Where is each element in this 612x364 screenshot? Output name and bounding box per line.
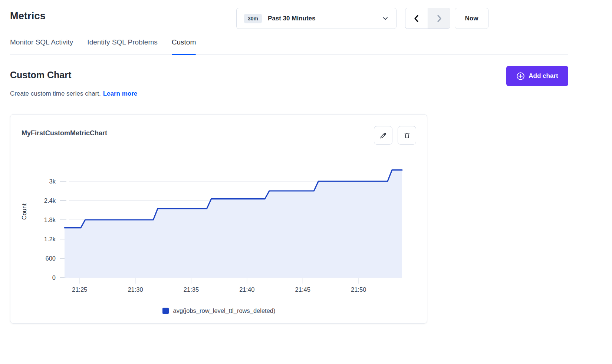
chart-legend: avg(jobs_row_level_ttl_rows_deleted) (10, 307, 428, 314)
subtitle-text: Create custom time series chart. (10, 90, 101, 97)
tab-custom[interactable]: Custom (172, 38, 196, 55)
chart-title: MyFirstCustomMetricChart (22, 129, 107, 137)
legend-label: avg(jobs_row_level_ttl_rows_deleted) (173, 307, 275, 314)
y-tick-label: 600 (45, 255, 56, 262)
chevron-down-icon (382, 15, 389, 22)
x-tick-label: 21:40 (239, 286, 254, 293)
y-tick-label: 3k (49, 178, 56, 185)
x-tick-label: 21:30 (128, 286, 143, 293)
legend-swatch (162, 308, 169, 314)
x-tick-label: 21:50 (351, 286, 366, 293)
time-range-label: Past 30 Minutes (268, 15, 382, 22)
tab-monitor-sql-activity[interactable]: Monitor SQL Activity (10, 38, 73, 55)
section-subtitle: Create custom time series chart.Learn mo… (10, 90, 137, 97)
time-range-dropdown[interactable]: 30m Past 30 Minutes (236, 8, 397, 29)
y-axis-title: Count (21, 203, 27, 220)
next-time-button[interactable] (428, 8, 450, 29)
custom-chart-card: MyFirstCustomMetricChart 06001.2k1.8k2.4… (10, 114, 427, 324)
chevron-left-icon (413, 14, 420, 23)
edit-chart-button[interactable] (374, 126, 392, 145)
time-series-chart: 06001.2k1.8k2.4k3k21:2521:3021:3521:4021… (10, 155, 428, 296)
add-chart-label: Add chart (529, 72, 558, 80)
add-chart-button[interactable]: Add chart (506, 66, 568, 86)
learn-more-link[interactable]: Learn more (103, 90, 138, 97)
chevron-right-icon (435, 14, 443, 23)
x-tick-label: 21:45 (295, 286, 310, 293)
x-tick-label: 21:25 (72, 286, 87, 293)
series-area (65, 170, 402, 278)
trash-icon (403, 132, 411, 139)
section-title: Custom Chart (10, 70, 71, 80)
prev-time-button[interactable] (405, 8, 428, 29)
now-button[interactable]: Now (455, 8, 488, 29)
legend-divider (22, 299, 417, 299)
page-title: Metrics (10, 10, 46, 22)
delete-chart-button[interactable] (398, 126, 416, 145)
y-tick-label: 1.2k (44, 236, 56, 242)
pencil-icon (379, 132, 387, 139)
y-tick-label: 1.8k (44, 216, 56, 223)
y-tick-label: 0 (52, 274, 56, 281)
metrics-page: Metrics 30m Past 30 Minutes Now Monitor … (0, 0, 612, 364)
x-tick-label: 21:35 (184, 286, 199, 293)
tab-identify-sql-problems[interactable]: Identify SQL Problems (87, 38, 157, 55)
y-tick-label: 2.4k (44, 197, 56, 204)
tab-bar: Monitor SQL Activity Identify SQL Proble… (10, 38, 196, 55)
time-range-badge: 30m (244, 14, 262, 23)
time-nav (405, 8, 450, 29)
plus-circle-icon (516, 72, 525, 80)
